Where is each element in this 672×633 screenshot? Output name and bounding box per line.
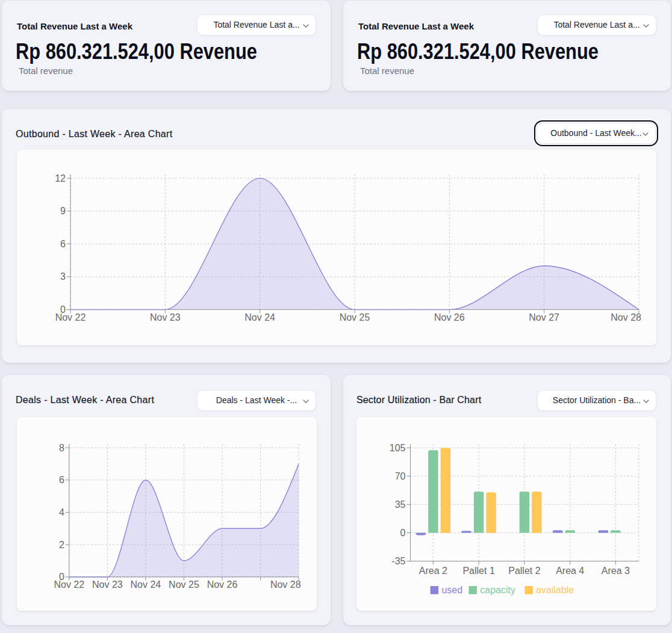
svg-text:Area 4: Area 4 (556, 566, 584, 576)
svg-text:105: 105 (390, 443, 406, 453)
svg-text:3: 3 (60, 271, 66, 282)
svg-text:used: used (441, 585, 462, 595)
svg-text:-35: -35 (391, 556, 405, 566)
svg-text:Nov 23: Nov 23 (92, 579, 123, 590)
svg-text:9: 9 (60, 206, 66, 216)
svg-text:Nov 26: Nov 26 (434, 312, 465, 323)
svg-text:Pallet 2: Pallet 2 (508, 566, 540, 576)
svg-text:Nov 26: Nov 26 (207, 579, 238, 590)
svg-text:6: 6 (60, 239, 66, 249)
svg-text:Nov 23: Nov 23 (150, 312, 181, 323)
svg-text:6: 6 (59, 475, 64, 485)
svg-text:12: 12 (55, 173, 66, 184)
svg-text:Area 3: Area 3 (602, 566, 630, 576)
svg-text:available: available (536, 585, 574, 595)
svg-text:8: 8 (59, 443, 64, 453)
svg-text:Nov 28: Nov 28 (270, 579, 301, 590)
svg-text:2: 2 (59, 540, 64, 550)
svg-text:Nov 25: Nov 25 (169, 579, 199, 590)
svg-text:Nov 27: Nov 27 (529, 312, 559, 323)
svg-text:capacity: capacity (480, 585, 515, 595)
svg-text:Nov 22: Nov 22 (54, 579, 84, 590)
svg-text:Nov 24: Nov 24 (244, 312, 275, 323)
svg-text:Nov 25: Nov 25 (340, 312, 370, 323)
svg-text:4: 4 (59, 507, 64, 517)
svg-text:Pallet 1: Pallet 1 (462, 566, 494, 576)
svg-text:Nov 28: Nov 28 (611, 312, 641, 323)
svg-text:35: 35 (395, 499, 406, 510)
svg-text:0: 0 (400, 528, 406, 538)
svg-text:Area 2: Area 2 (419, 566, 447, 576)
svg-text:70: 70 (395, 471, 406, 481)
svg-text:Nov 24: Nov 24 (131, 579, 161, 590)
svg-text:Nov 22: Nov 22 (55, 312, 86, 323)
